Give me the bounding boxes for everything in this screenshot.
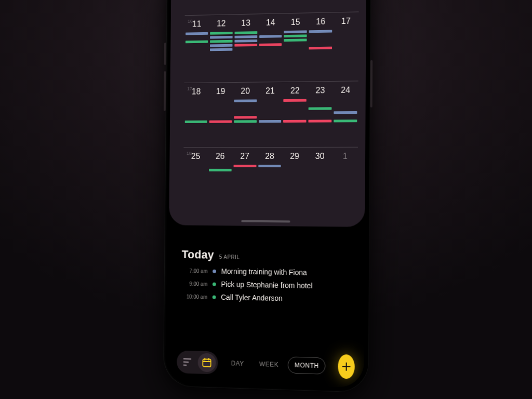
- day-number: 13: [233, 18, 258, 28]
- event-bar: [185, 121, 207, 123]
- calendar-day-cell[interactable]: 27: [232, 148, 257, 189]
- volume-down-button: [164, 71, 166, 111]
- calendar-day-cell[interactable]: 26: [208, 148, 233, 189]
- screen: 1545678910161112131415161717181920212223…: [168, 0, 366, 388]
- event-bar: [210, 36, 232, 39]
- day-number: 26: [208, 152, 232, 161]
- day-number: 20: [233, 86, 258, 96]
- calendar-day-cell[interactable]: 25: [183, 148, 208, 188]
- day-number: 30: [307, 152, 332, 161]
- today-heading: Today: [182, 248, 215, 262]
- calendar-day-cell[interactable]: 10: [334, 0, 359, 12]
- event-bar: [210, 48, 232, 51]
- agenda-title: Pick up Stephanie from hotel: [221, 280, 312, 290]
- event-bar: [309, 30, 332, 33]
- agenda-item[interactable]: 10:00 amCall Tyler Anderson: [181, 292, 351, 303]
- calendar-week-row: 182526272829301: [183, 147, 358, 189]
- event-bar: [284, 99, 307, 102]
- calendar-week-row: 1611121314151617: [184, 11, 358, 83]
- calendar-day-cell[interactable]: 8: [283, 0, 309, 13]
- phone-frame: 1545678910161112131415161717181920212223…: [163, 0, 371, 393]
- day-number: 12: [209, 19, 233, 29]
- day-number: 23: [308, 86, 333, 96]
- bottom-bar: DAYWEEKMONTH: [168, 341, 364, 388]
- calendar-day-cell[interactable]: 16: [308, 12, 333, 81]
- event-bars: [334, 30, 357, 30]
- agenda-color-dot: [212, 282, 216, 286]
- range-day-button[interactable]: DAY: [225, 355, 250, 371]
- event-bar: [283, 120, 306, 123]
- calendar-day-cell[interactable]: 20: [233, 83, 258, 148]
- calendar-day-cell[interactable]: 11: [184, 15, 209, 83]
- today-date: 5 APRIL: [219, 254, 240, 260]
- event-bars: [259, 31, 282, 46]
- calendar-day-cell[interactable]: 28: [257, 148, 283, 189]
- calendar-day-cell[interactable]: 14: [258, 14, 283, 82]
- calendar-day-cell[interactable]: 1: [332, 148, 358, 189]
- list-icon: [183, 358, 192, 366]
- calendar-day-cell[interactable]: 7: [258, 0, 284, 14]
- volume-up-button: [164, 43, 166, 65]
- event-bar: [309, 47, 332, 50]
- calendar-day-cell[interactable]: 17: [333, 12, 359, 81]
- add-event-button[interactable]: [338, 354, 355, 379]
- day-number: 19: [208, 87, 233, 96]
- event-bar: [284, 38, 307, 42]
- event-bar: [259, 120, 282, 123]
- event-bars: [284, 30, 307, 42]
- event-bar: [185, 32, 208, 35]
- event-bar: [210, 44, 232, 47]
- calendar-day-cell[interactable]: 13: [233, 14, 259, 82]
- event-bar: [284, 30, 307, 33]
- calendar-day-cell[interactable]: 23: [307, 82, 332, 147]
- event-bar: [210, 40, 232, 43]
- list-view-button[interactable]: [179, 352, 197, 371]
- home-indicator: [241, 220, 290, 223]
- calendar-icon: [202, 358, 211, 367]
- calendar-day-cell[interactable]: 6: [234, 0, 259, 14]
- calendar-view-button[interactable]: [198, 353, 216, 372]
- day-number: 18: [184, 87, 208, 96]
- day-number: 29: [282, 152, 307, 161]
- day-number: 21: [258, 86, 283, 96]
- calendar-day-cell[interactable]: 19: [208, 83, 233, 147]
- calendar-week-row: 1718192021222324: [183, 81, 358, 147]
- event-bars: [233, 165, 256, 167]
- event-bars: [185, 32, 208, 43]
- day-number: 11: [184, 19, 209, 29]
- range-week-button[interactable]: WEEK: [253, 356, 285, 373]
- calendar-day-cell[interactable]: 22: [282, 82, 308, 147]
- calendar-day-cell[interactable]: 9: [308, 0, 334, 12]
- calendar-day-cell[interactable]: 12: [208, 15, 233, 82]
- agenda-title: Call Tyler Anderson: [221, 293, 283, 302]
- svg-rect-3: [203, 359, 211, 367]
- day-number: 24: [333, 85, 358, 95]
- calendar-day-cell[interactable]: 29: [282, 148, 308, 189]
- event-bars: [309, 30, 332, 50]
- calendar-month-view[interactable]: 1545678910161112131415161717181920212223…: [169, 0, 366, 227]
- event-bars: [234, 99, 257, 123]
- event-bars: [209, 165, 232, 171]
- event-bars: [210, 32, 233, 51]
- event-bar: [234, 39, 257, 43]
- calendar-day-cell[interactable]: 24: [332, 81, 358, 147]
- calendar-day-cell[interactable]: 21: [257, 82, 283, 147]
- day-number: 1: [332, 152, 358, 161]
- calendar-day-cell[interactable]: 15: [283, 13, 308, 82]
- day-number: 15: [283, 17, 308, 27]
- agenda-item[interactable]: 7:00 amMorning training with Fiona: [181, 267, 351, 277]
- calendar-day-cell[interactable]: 5: [209, 0, 234, 15]
- calendar-day-cell[interactable]: 18: [183, 83, 208, 148]
- today-panel[interactable]: Today 5 APRIL 7:00 amMorning training wi…: [168, 241, 365, 347]
- day-number: 28: [257, 152, 282, 161]
- svg-rect-1: [183, 362, 189, 363]
- calendar-day-cell[interactable]: 4: [185, 0, 210, 15]
- calendar-day-cell[interactable]: 30: [307, 148, 332, 189]
- event-bar: [234, 31, 257, 34]
- event-bars: [234, 31, 257, 47]
- day-number: 16: [308, 17, 334, 26]
- event-bars: [259, 99, 282, 123]
- event-bar: [284, 34, 307, 37]
- range-month-button[interactable]: MONTH: [288, 356, 326, 375]
- agenda-item[interactable]: 9:00 amPick up Stephanie from hotel: [181, 280, 351, 291]
